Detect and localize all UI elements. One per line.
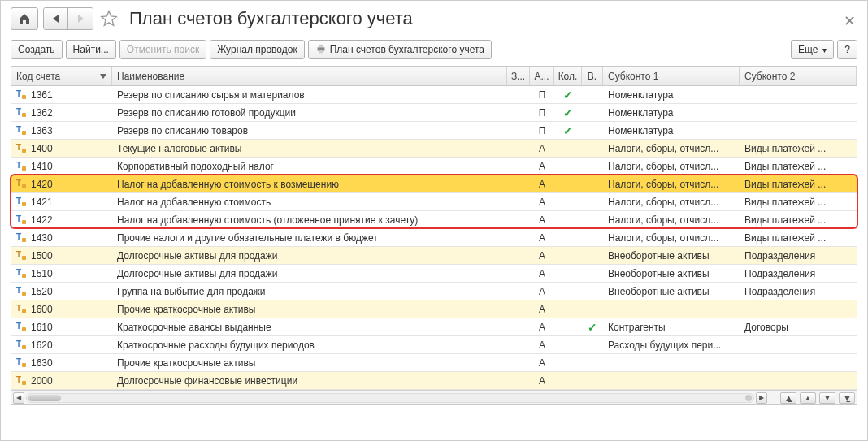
code-text: 1410 [31, 161, 53, 172]
col-code-header[interactable]: Код счета [11, 67, 112, 85]
cell-code: 1400 [11, 140, 112, 157]
cell-name: Резерв по списанию готовой продукции [112, 104, 507, 121]
journal-button[interactable]: Журнал проводок [210, 40, 305, 59]
cell-name: Долгосрочные финансовые инвестиции [112, 372, 507, 389]
cell-sub1 [603, 300, 740, 318]
table-row[interactable]: 1362Резерв по списанию готовой продукции… [11, 104, 857, 122]
cell-a: А [530, 229, 554, 246]
cell-a: П [530, 122, 554, 139]
cell-name: Налог на добавленную стоимость (отложенн… [112, 211, 507, 228]
table-row[interactable]: 1510Долгосрочные активы для продажиАВнео… [11, 265, 857, 283]
home-icon [18, 13, 31, 24]
cell-name: Корпоративный подоходный налог [112, 158, 507, 175]
cell-sub2: Подразделения [740, 283, 857, 300]
table-row[interactable]: 1520Группа на выбытие для продажиАВнеобо… [11, 283, 857, 300]
table-row[interactable]: 1630Прочие краткосрочные активыА [11, 354, 857, 372]
cell-kol: ✓ [554, 122, 582, 139]
cell-sub2: Виды платежей ... [740, 175, 857, 192]
close-button[interactable]: ✕ [844, 12, 856, 30]
cell-sub1: Налоги, сборы, отчисл... [603, 140, 740, 157]
cell-sub1: Налоги, сборы, отчисл... [603, 229, 740, 246]
cell-z [507, 372, 530, 389]
table-row[interactable]: 1363Резерв по списанию товаровП✓Номенкла… [11, 122, 857, 140]
table-row[interactable]: 1421Налог на добавленную стоимостьАНалог… [11, 193, 857, 211]
help-button[interactable]: ? [837, 40, 857, 59]
print-button[interactable]: План счетов бухгалтерского учета [308, 40, 492, 59]
more-label: Еще [798, 44, 818, 55]
cell-a: А [530, 140, 554, 157]
cell-code: 1600 [11, 300, 112, 318]
col-name-header[interactable]: Наименование [112, 67, 507, 85]
arrow-left-icon [50, 14, 62, 24]
scroll-right-button[interactable]: ▶ [756, 392, 767, 404]
account-icon [16, 287, 28, 296]
col-v-header[interactable]: В. [582, 67, 603, 85]
col-a-header[interactable]: А... [530, 67, 554, 85]
star-icon [100, 10, 118, 28]
cell-kol [554, 300, 582, 318]
table-row[interactable]: 1420Налог на добавленную стоимость к воз… [11, 175, 857, 193]
check-icon: ✓ [563, 89, 573, 101]
table-row[interactable]: 1610Краткосрочные авансы выданныеА✓Контр… [11, 318, 857, 336]
cell-v [582, 158, 603, 175]
cell-kol [554, 229, 582, 246]
table-row[interactable]: 1500Долгосрочные активы для продажиАВнео… [11, 247, 857, 265]
forward-button[interactable] [68, 8, 93, 29]
more-button[interactable]: Еще ▾ [791, 40, 834, 59]
cell-sub1: Налоги, сборы, отчисл... [603, 175, 740, 192]
account-icon [16, 126, 28, 136]
table-row[interactable]: 1361Резерв по списанию сырья и материало… [11, 86, 857, 104]
cell-sub1: Номенклатура [603, 86, 740, 103]
table-row[interactable]: 1422Налог на добавленную стоимость (отло… [11, 211, 857, 229]
col-sub1-header[interactable]: Субконто 1 [603, 67, 740, 85]
cell-a: А [530, 283, 554, 300]
go-up-button[interactable]: ▲ [800, 392, 816, 404]
cell-sub1: Внеоборотные активы [603, 283, 740, 300]
cell-a: П [530, 104, 554, 121]
cell-sub2: Подразделения [740, 247, 857, 264]
go-down-button[interactable]: ▼ [819, 392, 835, 404]
page-title: План счетов бухгалтерского учета [129, 8, 413, 29]
table-row[interactable]: 1410Корпоративный подоходный налогАНалог… [11, 158, 857, 175]
cell-sub2: Виды платежей ... [740, 140, 857, 157]
account-icon [16, 90, 28, 100]
favorite-button[interactable] [98, 8, 119, 29]
table-row[interactable]: 2000Долгосрочные финансовые инвестицииА [11, 372, 857, 390]
col-z-header[interactable]: З... [507, 67, 530, 85]
horizontal-scrollbar: ◀ ▶ ▲̲ ▲ ▼ ▼̲ [11, 390, 857, 404]
cell-kol [554, 372, 582, 389]
cell-sub1: Внеоборотные активы [603, 265, 740, 282]
go-top-button[interactable]: ▲̲ [780, 392, 796, 404]
cell-sub1 [603, 354, 740, 371]
cell-a: А [530, 158, 554, 175]
cell-a: А [530, 318, 554, 335]
col-kol-header[interactable]: Кол. [554, 67, 582, 85]
cell-kol [554, 193, 582, 210]
accounts-table: Код счета Наименование З... А... Кол. В.… [11, 66, 857, 405]
cancel-search-button[interactable]: Отменить поиск [119, 40, 206, 59]
home-button[interactable] [11, 7, 38, 30]
create-button[interactable]: Создать [11, 40, 63, 59]
folder-icon [16, 144, 28, 153]
cell-code: 1510 [11, 265, 112, 282]
col-sub2-header[interactable]: Субконто 2 [740, 67, 857, 85]
cell-code: 1520 [11, 283, 112, 300]
table-row[interactable]: 1400Текущие налоговые активыАНалоги, сбо… [11, 140, 857, 158]
cell-sub1: Налоги, сборы, отчисл... [603, 193, 740, 210]
cell-sub2: Виды платежей ... [740, 193, 857, 210]
scroll-thumb[interactable] [28, 395, 61, 401]
go-bottom-button[interactable]: ▼̲ [839, 392, 855, 404]
code-text: 1610 [31, 322, 53, 333]
find-button[interactable]: Найти... [66, 40, 116, 59]
cell-v [582, 211, 603, 228]
table-row[interactable]: 1620Краткосрочные расходы будущих период… [11, 336, 857, 354]
scroll-left-button[interactable]: ◀ [13, 392, 24, 404]
cell-z [507, 211, 530, 228]
cell-code: 2000 [11, 372, 112, 389]
back-button[interactable] [44, 8, 68, 29]
account-icon [16, 197, 28, 207]
table-row[interactable]: 1600Прочие краткосрочные активыА [11, 300, 857, 318]
table-row[interactable]: 1430Прочие налоги и другие обязательные … [11, 229, 857, 247]
scroll-track[interactable] [26, 393, 754, 403]
cell-code: 1620 [11, 336, 112, 353]
